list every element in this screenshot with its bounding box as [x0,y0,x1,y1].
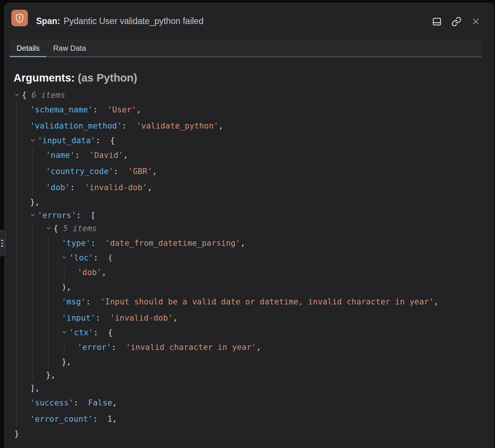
json-row: }, [5,369,486,382]
token-punc: : [75,151,90,160]
token-str: 'validate_python' [137,121,219,130]
token-key: 'input_data' [38,136,96,145]
token-punc: : [93,105,108,114]
token-punc: : [86,297,100,306]
json-row: }, [5,196,486,209]
header-actions [431,16,481,27]
panel-drag-handle[interactable] [0,230,6,256]
json-row: ), [5,281,486,294]
token-punc: , [173,313,178,322]
tab-bar: Details Raw Data [10,40,481,57]
token-punc: }, [62,357,71,366]
json-row: 'name': 'David', [5,147,486,163]
token-key: 'schema_name' [30,105,93,114]
grip-dash [1,243,3,244]
warning-shield-icon [11,10,28,26]
json-row: 'input_data': { [5,134,486,147]
token-punc: , [102,268,106,277]
json-row: 'type': 'date_from_datetime_parsing', [5,235,486,251]
token-punc: : [111,343,126,352]
tab-raw-data[interactable]: Raw Data [46,40,93,56]
token-punc: : [122,121,137,130]
token-str: 'David' [90,151,123,160]
tab-details-label: Details [17,44,39,53]
token-str: 'invalid-dob' [110,313,173,322]
token-key: 'ctx' [69,328,93,337]
token-punc: : { [93,328,112,337]
token-key: 'type' [62,239,91,248]
token-str: 'Input should be a valid date or datetim… [100,297,434,306]
collapse-chevron-icon[interactable] [30,209,38,222]
token-num: 1 [108,415,112,424]
json-row: 'error_count': 1, [5,411,486,427]
token-key: 'name' [46,151,75,160]
token-str: 'invalid character in year' [126,343,256,352]
token-key: 'loc' [69,253,93,262]
json-row: 'country_code': 'GBR', [5,163,486,180]
token-str: 'dob' [77,268,102,277]
arguments-json-tree: { 6 items'schema_name': 'User','validati… [5,89,486,440]
token-punc: , [434,297,439,306]
collapse-chevron-icon[interactable] [62,252,69,264]
token-punc: { [53,224,63,233]
span-detail-panel: Span:Pydantic User validate_python faile… [5,3,493,448]
token-punc: ], [30,384,40,393]
screen: Span:Pydantic User validate_python faile… [0,0,495,448]
token-str: 'invalid-dob' [85,183,147,192]
dock-bottom-icon[interactable] [431,16,442,27]
json-row: 'validation_method': 'validate_python', [5,118,486,134]
token-meta: 5 items [63,224,97,233]
panel-title-text: Pydantic User validate_python failed [64,16,203,26]
json-row: } [5,427,486,440]
token-punc: , [256,343,261,352]
token-punc: : [114,167,128,176]
token-punc: : ( [93,253,112,262]
token-key: 'error_count' [30,415,93,424]
token-str: 'User' [108,105,137,114]
json-row: 'loc': ( [5,251,486,265]
token-punc: : [74,398,88,407]
panel-title-prefix: Span: [36,16,60,26]
token-punc: : { [96,136,115,145]
token-punc: }, [46,371,56,380]
json-row: 'error': 'invalid character in year', [5,339,486,356]
collapse-chevron-icon[interactable] [14,89,22,101]
grip-dash [1,240,3,241]
token-punc: , [112,415,117,424]
token-punc: , [152,167,157,176]
token-punc: : [93,415,108,424]
token-punc: , [219,121,223,130]
token-punc: , [112,398,117,407]
json-row: ], [5,382,486,395]
token-punc: ), [62,283,71,292]
token-str: 'date_from_datetime_parsing' [105,239,241,248]
token-punc: }, [30,198,40,207]
token-key: 'input' [62,313,96,322]
token-key: 'msg' [62,297,86,306]
token-key: 'success' [30,398,74,407]
json-row: 'dob', [5,265,486,281]
token-punc: , [240,239,245,248]
token-meta: 6 items [32,91,65,100]
arguments-heading-sub: (as Python) [78,72,137,84]
json-row: 'ctx': { [5,326,486,339]
grip-dash [1,245,3,247]
token-punc: } [14,429,19,438]
link-icon[interactable] [451,16,462,27]
collapse-chevron-icon[interactable] [46,222,53,235]
collapse-chevron-icon[interactable] [30,135,38,147]
tab-details[interactable]: Details [10,40,46,56]
token-key: 'dob' [46,183,70,192]
json-row: 'msg': 'Input should be a valid date or … [5,294,486,310]
close-icon[interactable] [471,16,481,27]
arguments-heading: Arguments: (as Python) [14,72,486,84]
token-str: 'GBR' [128,167,152,176]
json-row: 'errors': [ [5,209,486,222]
json-row: { 6 items [5,89,486,102]
token-punc: , [147,183,152,192]
token-punc: : [91,239,105,248]
collapse-chevron-icon[interactable] [62,327,69,339]
details-content: Arguments: (as Python) { 6 items'schema_… [5,72,486,440]
token-punc: : [ [76,211,96,220]
token-punc: : [70,183,85,192]
